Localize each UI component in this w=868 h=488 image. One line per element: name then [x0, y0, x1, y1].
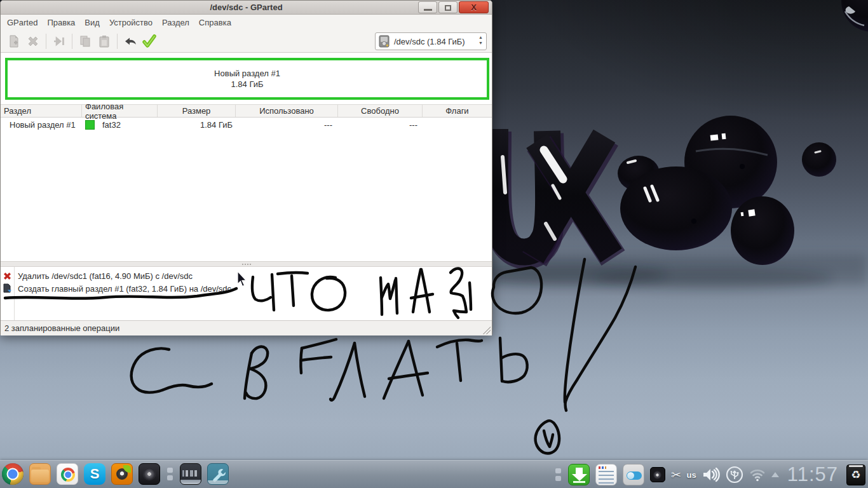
toggle-settings-icon[interactable] — [623, 464, 644, 485]
resize-move-icon — [51, 34, 67, 48]
menu-partition[interactable]: Раздел — [162, 18, 189, 27]
table-header: Раздел Файловая система Размер Использов… — [1, 104, 492, 118]
operation-item[interactable]: Удалить /dev/sdc1 (fat16, 4.90 МиБ) с /d… — [1, 269, 492, 282]
new-partition-button[interactable] — [4, 32, 24, 50]
image-viewer-icon[interactable] — [180, 463, 201, 485]
paste-icon — [97, 34, 111, 48]
undo-button[interactable] — [121, 32, 140, 50]
maximize-button[interactable] — [438, 1, 458, 13]
dock: S — [2, 463, 229, 485]
delete-partition-button[interactable] — [24, 32, 43, 50]
undo-icon — [123, 34, 138, 48]
menu-view[interactable]: Вид — [85, 18, 100, 27]
tray-expand-arrow[interactable] — [771, 472, 779, 477]
operation-label: Создать главный раздел #1 (fat32, 1.84 Г… — [18, 284, 231, 294]
pane-splitter[interactable] — [1, 261, 492, 267]
media-player-icon[interactable] — [111, 463, 133, 485]
clock[interactable]: 11:57 — [787, 463, 838, 486]
print-queue-icon[interactable] — [595, 464, 617, 485]
toolbar: /dev/sdc (1.84 ГиБ) ▲▼ — [1, 30, 492, 53]
minimize-icon — [424, 9, 432, 11]
delete-partition-icon — [26, 34, 40, 48]
keyboard-layout-indicator[interactable]: us — [687, 470, 696, 480]
chromium-round-icon[interactable] — [2, 463, 24, 485]
resize-grip[interactable] — [483, 327, 491, 334]
menu-gparted[interactable]: GParted — [7, 18, 37, 27]
close-button[interactable]: X — [459, 1, 489, 13]
audio-app-icon[interactable] — [650, 467, 665, 482]
header-flags[interactable]: Флаги — [423, 105, 492, 117]
toolbar-separator — [117, 34, 118, 49]
statusbar: 2 запланированные операции — [1, 320, 492, 336]
apply-button[interactable] — [140, 32, 159, 50]
workspace-pager[interactable] — [167, 468, 173, 480]
cell-partition: Новый раздел #1 — [1, 120, 82, 130]
maximize-icon — [445, 5, 451, 11]
table-empty-space — [1, 132, 492, 261]
clipboard-manager-icon[interactable]: ✂ — [671, 468, 681, 482]
download-manager-icon[interactable] — [568, 464, 590, 485]
cell-free: --- — [338, 120, 423, 130]
device-spinner[interactable]: ▲▼ — [478, 36, 483, 45]
operations-panel: Удалить /dev/sdc1 (fat16, 4.90 МиБ) с /d… — [1, 267, 492, 320]
partition-visual-name: Новый раздел #1 — [214, 68, 280, 79]
titlebar[interactable]: /dev/sdc - GParted X — [1, 1, 492, 15]
device-selector[interactable]: /dev/sdc (1.84 ГиБ) ▲▼ — [375, 32, 487, 50]
paste-button[interactable] — [95, 32, 114, 50]
resize-move-button[interactable] — [50, 32, 69, 50]
wifi-icon[interactable] — [749, 468, 766, 482]
system-tray: ✂ us 11:57 ♻ — [554, 461, 865, 488]
desktop: /dev/sdc - GParted X GParted Правка Вид … — [0, 0, 868, 488]
operation-item[interactable]: Создать главный раздел #1 (fat32, 1.84 Г… — [1, 282, 492, 295]
header-free[interactable]: Свободно — [338, 105, 423, 117]
apply-check-icon — [142, 34, 157, 49]
volume-icon[interactable] — [702, 467, 720, 482]
chromium-icon[interactable] — [57, 463, 78, 485]
media-player-glyph — [116, 468, 128, 480]
close-icon: X — [459, 3, 488, 12]
partition-visual-size: 1.84 ГиБ — [231, 79, 263, 90]
system-settings-icon[interactable] — [207, 463, 229, 485]
copy-icon — [78, 34, 92, 48]
new-partition-icon — [7, 34, 21, 48]
taskbar: S ✂ us — [0, 460, 868, 488]
partition-visual[interactable]: Новый раздел #1 1.84 ГиБ — [5, 58, 489, 100]
menu-device[interactable]: Устройство — [109, 18, 153, 27]
cell-filesystem: fat32 — [102, 120, 121, 130]
trash-icon[interactable]: ♻ — [846, 464, 865, 485]
skype-icon[interactable]: S — [84, 463, 105, 485]
header-filesystem[interactable]: Файловая система — [82, 105, 158, 117]
toolbar-separator — [72, 34, 72, 49]
speaker-glyph — [143, 468, 156, 480]
window-title: /dev/sdc - GParted — [77, 3, 416, 12]
menu-edit[interactable]: Правка — [47, 18, 75, 27]
header-used[interactable]: Использовано — [236, 105, 338, 117]
chrome-logo — [61, 468, 75, 482]
cell-used: --- — [236, 120, 338, 130]
gparted-window: /dev/sdc - GParted X GParted Правка Вид … — [0, 0, 492, 335]
header-partition[interactable]: Раздел — [1, 105, 82, 117]
filesystem-color-swatch — [85, 120, 95, 130]
workspace-pager-2[interactable] — [555, 468, 561, 481]
partition-visual-area: Новый раздел #1 1.84 ГиБ — [1, 53, 492, 104]
corner-sphere — [841, 0, 868, 32]
cell-size: 1.84 ГиБ — [158, 120, 236, 130]
header-size[interactable]: Размер — [158, 105, 236, 117]
delete-operation-icon — [1, 271, 14, 281]
create-operation-icon — [1, 283, 14, 294]
usb-icon[interactable] — [726, 466, 743, 484]
device-selector-value: /dev/sdc (1.84 ГиБ) — [394, 37, 465, 46]
hard-disk-icon — [378, 34, 391, 48]
minimize-button[interactable] — [418, 1, 437, 13]
audio-player-icon[interactable] — [139, 463, 160, 485]
copy-button[interactable] — [76, 32, 95, 50]
toolbar-separator — [46, 34, 46, 49]
statusbar-text: 2 запланированные операции — [4, 323, 119, 333]
table-row[interactable]: Новый раздел #1 fat32 1.84 ГиБ --- --- — [1, 118, 492, 132]
file-manager-icon[interactable] — [29, 463, 51, 485]
wallpaper-letters-ux — [495, 129, 613, 259]
operation-label: Удалить /dev/sdc1 (fat16, 4.90 МиБ) с /d… — [18, 271, 193, 281]
menubar: GParted Правка Вид Устройство Раздел Спр… — [1, 15, 492, 30]
menu-help[interactable]: Справка — [199, 18, 231, 27]
wrench-icon — [208, 464, 229, 485]
